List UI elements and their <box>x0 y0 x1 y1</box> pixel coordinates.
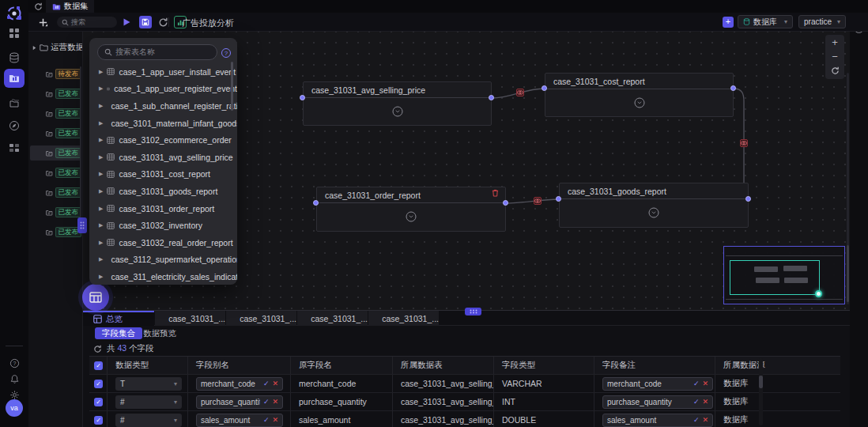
tab-case-table[interactable]: case_31031_... <box>368 311 439 326</box>
dataset-item[interactable]: 已发布 <box>30 126 81 141</box>
port-out[interactable] <box>745 196 751 202</box>
table-list-item[interactable]: ▶ case_31031_goods_report <box>89 183 237 200</box>
confirm-icon[interactable]: ✓ <box>263 380 270 387</box>
save-icon[interactable] <box>139 16 152 28</box>
help-circle-icon[interactable]: ? <box>221 48 231 58</box>
tab-dataset[interactable]: 数据集 <box>46 0 94 13</box>
cancel-icon[interactable]: ✕ <box>272 398 278 406</box>
table-list-item[interactable]: ▶ case_1_app_user_install_event <box>89 63 237 81</box>
table-list-item[interactable]: ▶ case_31031_order_report <box>89 200 237 217</box>
dataset-folder-icon[interactable] <box>4 69 25 88</box>
node-expand-chevron-icon[interactable] <box>634 98 644 108</box>
port-in[interactable] <box>313 200 319 206</box>
table-list-item[interactable]: ▶ case_1_app_user_register_event <box>89 81 237 98</box>
node-expand-chevron-icon[interactable] <box>649 208 659 218</box>
row-checkbox[interactable]: ✓ <box>94 416 103 425</box>
delete-node-icon[interactable] <box>492 189 499 197</box>
compass-icon[interactable] <box>4 116 25 135</box>
modules-icon[interactable] <box>4 138 25 157</box>
user-avatar[interactable]: va <box>6 399 23 417</box>
folder-copy-icon[interactable] <box>4 94 25 113</box>
bottom-resize-handle[interactable] <box>465 308 481 316</box>
zoom-in-button[interactable]: + <box>825 35 844 49</box>
table-list-item[interactable]: ▶ case_31032_real_order_report <box>89 234 237 251</box>
node-order-report[interactable]: case_31031_order_report <box>316 187 506 232</box>
port-out[interactable] <box>503 200 508 206</box>
tab-field-set[interactable]: 字段集合 <box>95 327 142 339</box>
folder-row[interactable]: 运营数据 <box>32 41 83 54</box>
cancel-icon[interactable]: ✕ <box>702 398 708 406</box>
dataset-item[interactable]: 已发布 <box>30 86 81 101</box>
node-avg-selling-price[interactable]: case_31031_avg_selling_price <box>303 81 492 126</box>
apps-icon[interactable] <box>4 24 25 43</box>
confirm-icon[interactable]: ✓ <box>263 416 270 424</box>
table-list-item[interactable]: ▶ case_1_sub_channel_register_rating <box>89 97 237 115</box>
table-list-item[interactable]: ▶ case_31032_inventory <box>89 217 237 234</box>
table-list-item[interactable]: ▶ case_3102_ecommerce_order <box>89 131 237 149</box>
fields-panel-toggle-button[interactable] <box>82 284 109 311</box>
dataset-item[interactable]: 已发布 <box>30 185 81 200</box>
field-alias-input[interactable]: purchase_quantity✓✕ <box>196 395 283 409</box>
confirm-icon[interactable]: ✓ <box>693 398 700 406</box>
field-alias-input[interactable]: sales_amount✓✕ <box>196 414 283 427</box>
data-type-select[interactable]: #▾ <box>115 395 182 409</box>
field-alias-input[interactable]: merchant_code✓✕ <box>196 377 283 391</box>
table-list-item[interactable]: ▶ case_31031_cost_report <box>89 166 237 183</box>
confirm-icon[interactable]: ✓ <box>693 380 700 387</box>
refresh-fields-icon[interactable] <box>93 345 102 353</box>
row-checkbox[interactable]: ✓ <box>94 398 103 406</box>
table-list-item[interactable]: ▶ case_3101_maternal_infant_goods <box>89 115 237 132</box>
tab-overview[interactable]: 总览 <box>83 311 154 326</box>
node-goods-report[interactable]: case_31031_goods_report <box>559 183 749 228</box>
cancel-icon[interactable]: ✕ <box>272 416 278 424</box>
field-comment-input[interactable]: merchant_code✓✕ <box>602 377 713 391</box>
database-icon[interactable] <box>4 48 25 67</box>
data-type-select[interactable]: #▾ <box>115 414 182 427</box>
minimap-viewport[interactable] <box>730 260 820 295</box>
cancel-icon[interactable]: ✕ <box>702 380 708 387</box>
add-datasource-button[interactable]: + <box>723 17 734 28</box>
table-list-item[interactable]: ▶ case_31031_avg_selling_price <box>89 149 237 166</box>
confirm-icon[interactable]: ✓ <box>693 416 700 424</box>
environment-select[interactable]: practice ▾ <box>798 15 846 28</box>
panel-scrollbar[interactable] <box>80 66 81 229</box>
reload-icon[interactable] <box>32 0 44 13</box>
join-type-icon[interactable] <box>516 89 524 96</box>
data-type-select[interactable]: T▾ <box>115 377 182 391</box>
node-expand-chevron-icon[interactable] <box>406 212 417 222</box>
tab-data-preview[interactable]: 数据预览 <box>143 327 176 339</box>
dataset-item[interactable]: 已发布 <box>30 106 81 121</box>
dataset-item[interactable]: 已发布 <box>30 225 81 240</box>
port-out[interactable] <box>489 95 494 100</box>
zoom-out-button[interactable]: − <box>825 49 844 63</box>
tab-case-table[interactable]: case_31031_... <box>226 311 296 326</box>
port-in[interactable] <box>542 85 547 91</box>
refresh-icon[interactable] <box>157 16 169 28</box>
minimap[interactable] <box>723 246 845 304</box>
port-in[interactable] <box>556 196 561 202</box>
dataset-item[interactable]: 已发布 <box>30 165 81 180</box>
field-comment-input[interactable]: sales_amount✓✕ <box>602 414 713 427</box>
join-type-icon[interactable] <box>534 197 542 205</box>
node-expand-chevron-icon[interactable] <box>392 107 402 117</box>
port-in[interactable] <box>300 95 305 100</box>
cancel-icon[interactable]: ✕ <box>272 380 278 387</box>
minimap-viewport-handle[interactable] <box>815 290 822 297</box>
popup-scrollbar[interactable] <box>231 62 233 111</box>
cancel-icon[interactable]: ✕ <box>702 416 708 424</box>
node-cost-report[interactable]: case_31031_cost_report <box>545 73 734 117</box>
datasource-select[interactable]: 数据库 ▾ <box>738 15 793 28</box>
select-all-checkbox[interactable]: ✓ <box>94 361 103 370</box>
field-comment-input[interactable]: purchase_quantity✓✕ <box>602 395 713 409</box>
tab-case-table[interactable]: case_31031_... <box>155 311 225 326</box>
join-type-icon[interactable] <box>740 139 748 147</box>
row-checkbox[interactable]: ✓ <box>94 380 103 388</box>
tab-case-table[interactable]: case_31031_... <box>297 311 368 326</box>
app-logo[interactable] <box>5 4 24 23</box>
zoom-reset-button[interactable] <box>825 63 844 77</box>
dataset-item[interactable]: 已发布 <box>30 145 81 161</box>
dataset-item[interactable]: 已发布 <box>30 205 81 220</box>
table-scrollbar[interactable] <box>759 358 763 425</box>
table-list-item[interactable]: ▶ case_3112_supermarket_operation <box>89 251 237 269</box>
confirm-icon[interactable]: ✓ <box>263 398 270 406</box>
